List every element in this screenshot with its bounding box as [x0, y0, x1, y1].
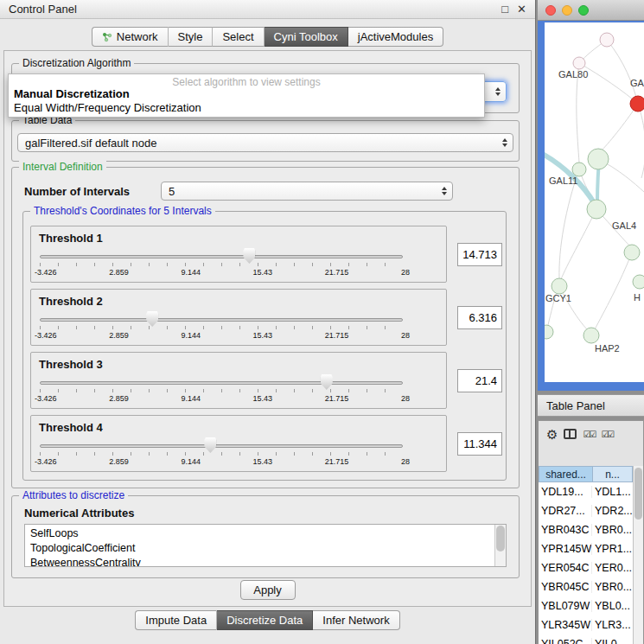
table-cell: YIL052C [539, 638, 592, 644]
table-row[interactable]: YBR045CYBR0... [539, 577, 633, 596]
attributes-group: Attributes to discretize Numerical Attri… [11, 495, 520, 578]
threshold-label: Threshold 2 [39, 295, 103, 308]
slider-scale-label: -3.426 [35, 268, 57, 277]
tab-network[interactable]: Network [92, 27, 169, 47]
slider-scale-label: -3.426 [35, 394, 57, 403]
network-node[interactable] [583, 328, 599, 343]
table-cell: YPR145W [539, 543, 592, 555]
scrollbar-thumb[interactable] [496, 526, 505, 552]
close-window-icon[interactable]: ✕ [517, 3, 526, 15]
network-node[interactable] [624, 245, 640, 260]
table-panel-header: Table Panel [538, 394, 644, 417]
network-node[interactable] [633, 275, 644, 289]
slider-thumb[interactable] [204, 437, 216, 453]
threshold-box: Threshold 2 -3.4262.8599.14415.4321.7152… [30, 289, 447, 346]
threshold-label: Threshold 3 [39, 358, 103, 371]
tab-style[interactable]: Style [169, 27, 214, 47]
slider-track[interactable] [40, 381, 403, 385]
table-cell: YBL0... [592, 600, 633, 612]
table-row[interactable]: YLR345WYLR3... [539, 615, 633, 634]
table-data-combo[interactable]: galFiltered.sif default node [17, 133, 513, 152]
network-node[interactable] [588, 149, 609, 169]
threshold-label: Threshold 1 [39, 232, 103, 245]
slider-scale-label: 2.859 [109, 394, 129, 403]
combo-stepper-icon [437, 182, 452, 200]
attribute-list-item[interactable]: TopologicalCoefficient [30, 541, 506, 556]
threshold-value-field[interactable] [457, 306, 502, 329]
column-header-shared-name[interactable]: shared... [539, 466, 592, 482]
network-node[interactable] [630, 96, 644, 112]
network-window-titlebar [538, 0, 644, 21]
threshold-value-field[interactable] [457, 432, 502, 456]
network-node[interactable] [552, 278, 567, 294]
slider-track[interactable] [40, 444, 403, 448]
table-row[interactable]: YIL052CYIL0... [539, 634, 633, 644]
tab-discretize-data[interactable]: Discretize Data [217, 610, 313, 630]
tab-label: Style [178, 30, 203, 43]
group-title: Attributes to discretize [19, 489, 128, 501]
attribute-list-item[interactable]: SelfLoops [30, 526, 506, 541]
minimize-traffic-light[interactable] [562, 5, 572, 16]
slider-thumb[interactable] [146, 311, 158, 327]
slider-ticks [40, 263, 403, 266]
close-traffic-light[interactable] [545, 5, 556, 16]
tab-infer-network[interactable]: Infer Network [313, 610, 399, 630]
slider-thumb[interactable] [243, 248, 255, 264]
threshold-box: Threshold 1 -3.4262.8599.14415.4321.7152… [30, 226, 447, 283]
threshold-slider[interactable]: -3.4262.8599.14415.4321.71528 [40, 310, 403, 343]
gear-icon[interactable]: ⚙ [546, 428, 558, 441]
table-row[interactable]: YPR145WYPR1... [539, 539, 633, 558]
network-node-label: GCY1 [545, 293, 571, 303]
tab-jactivemodules[interactable]: jActiveModules [348, 27, 443, 47]
table-row[interactable]: YBR043CYBR0... [539, 520, 633, 539]
threshold-value-field[interactable] [457, 369, 502, 392]
slider-scale-label: 9.144 [181, 268, 201, 277]
table-row[interactable]: YDL19...YDL1... [539, 482, 633, 501]
attributes-scrollbar[interactable] [494, 525, 506, 566]
table-row[interactable]: YER054CYER0... [539, 558, 633, 577]
network-canvas[interactable]: GAL80GAGAL11GAL4GCY1HHAP2 [545, 22, 644, 382]
threshold-slider[interactable]: -3.4262.8599.14415.4321.71528 [40, 437, 403, 469]
window-title: Control Panel [9, 3, 493, 16]
network-node[interactable] [600, 33, 614, 47]
table-row[interactable]: YDR27...YDR2... [539, 501, 633, 520]
combo-stepper-icon [490, 82, 506, 101]
network-node[interactable] [573, 57, 585, 69]
slider-thumb[interactable] [321, 374, 333, 390]
select-columns-icon[interactable]: ☑☑ [583, 430, 595, 439]
network-node[interactable] [572, 163, 586, 176]
table-cell: YER054C [539, 562, 592, 574]
network-node[interactable] [587, 200, 606, 219]
table-scrollbar[interactable] [633, 466, 643, 644]
table-cell: YLR3... [592, 619, 633, 631]
column-header-name[interactable]: n... [592, 466, 633, 482]
scrollbar-thumb[interactable] [634, 468, 642, 520]
slider-scale-label: 15.43 [253, 394, 273, 403]
slider-track[interactable] [40, 318, 403, 322]
algorithm-dropdown-popup: Select algorithm to view settings Manual… [8, 73, 485, 118]
dropdown-option-equal-width[interactable]: Equal Width/Frequency Discretization [9, 101, 484, 115]
slider-track[interactable] [40, 255, 403, 258]
table-cell: YBL079W [539, 600, 592, 612]
threshold-slider[interactable]: -3.4262.8599.14415.4321.71528 [40, 373, 403, 406]
tab-impute-data[interactable]: Impute Data [135, 610, 217, 630]
threshold-label: Threshold 4 [39, 421, 103, 434]
threshold-box: Threshold 4 -3.4262.8599.14415.4321.7152… [30, 415, 447, 472]
threshold-slider[interactable]: -3.4262.8599.14415.4321.71528 [40, 247, 403, 280]
tab-cyni-toolbox[interactable]: Cyni Toolbox [265, 27, 348, 47]
threshold-value-field[interactable] [457, 243, 502, 266]
numerical-attributes-list[interactable]: SelfLoopsTopologicalCoefficientBetweenne… [24, 524, 507, 567]
zoom-traffic-light[interactable] [578, 5, 589, 16]
threshold-row: Threshold 2 -3.4262.8599.14415.4321.7152… [30, 289, 502, 346]
network-node[interactable] [545, 325, 553, 339]
group-title: Interval Definition [19, 161, 106, 173]
apply-button[interactable]: Apply [240, 580, 296, 600]
attribute-list-item[interactable]: BetweennessCentrality [30, 556, 506, 567]
select-rows-icon[interactable]: ☑☑ [601, 430, 613, 439]
tab-select[interactable]: Select [213, 27, 264, 47]
table-row[interactable]: YBL079WYBL0... [539, 596, 633, 615]
column-layout-icon[interactable] [564, 429, 577, 439]
number-of-intervals-combo[interactable]: 5 [161, 182, 453, 201]
float-window-icon[interactable]: □ [501, 3, 508, 15]
dropdown-option-manual-discretization[interactable]: Manual Discretization [9, 87, 484, 101]
